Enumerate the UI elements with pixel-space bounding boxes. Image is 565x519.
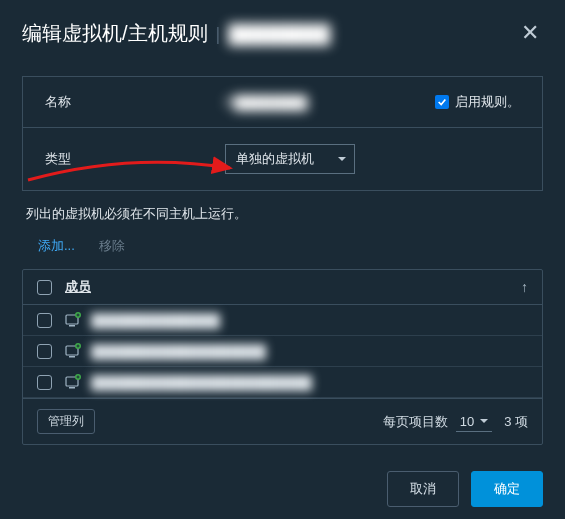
type-select-value: 单独的虚拟机 — [236, 151, 314, 166]
rule-description: 列出的虚拟机必须在不同主机上运行。 — [26, 205, 543, 223]
dialog-footer: 取消 确定 — [22, 471, 543, 507]
form-box: 名称 P████████ 启用规则。 类型 单独的虚拟机 — [22, 76, 543, 191]
header-checkbox-cell — [37, 280, 65, 295]
cancel-button[interactable]: 取消 — [387, 471, 459, 507]
vm-name: ████████████████████████ — [91, 375, 312, 390]
dialog-header: 编辑虚拟机/主机规则 | ████████ ✕ — [22, 18, 543, 48]
row-checkbox[interactable] — [37, 375, 52, 390]
type-value-wrap: 单独的虚拟机 — [225, 144, 520, 174]
members-table: 成员 ↑ ██████████████ ███████████████████ … — [22, 269, 543, 445]
vm-name: ███████████████████ — [91, 344, 266, 359]
form-row-name: 名称 P████████ 启用规则。 — [23, 77, 542, 128]
vm-name: ██████████████ — [91, 313, 220, 328]
column-member[interactable]: 成员 — [65, 278, 91, 296]
row-checkbox[interactable] — [37, 313, 52, 328]
type-label: 类型 — [45, 150, 225, 168]
member-actions: 添加... 移除 — [22, 233, 543, 269]
table-header: 成员 ↑ — [23, 270, 542, 305]
table-row[interactable]: ██████████████ — [23, 305, 542, 336]
per-page-select[interactable]: 10 — [456, 412, 492, 432]
per-page-value: 10 — [460, 414, 474, 429]
svg-rect-4 — [69, 356, 75, 358]
table-row[interactable]: ███████████████████ — [23, 336, 542, 367]
table-footer: 管理列 每页项目数 10 3 项 — [23, 398, 542, 444]
title-group: 编辑虚拟机/主机规则 | ████████ — [22, 20, 330, 47]
title-separator: | — [216, 24, 221, 45]
dialog: 编辑虚拟机/主机规则 | ████████ ✕ 名称 P████████ 启用规… — [0, 0, 565, 519]
vm-icon — [65, 374, 81, 390]
svg-rect-1 — [69, 325, 75, 327]
select-all-checkbox[interactable] — [37, 280, 52, 295]
item-count: 3 项 — [504, 413, 528, 431]
close-button[interactable]: ✕ — [517, 18, 543, 48]
remove-button[interactable]: 移除 — [99, 237, 125, 255]
form-row-type: 类型 单独的虚拟机 — [23, 128, 542, 190]
dialog-title: 编辑虚拟机/主机规则 — [22, 20, 208, 47]
type-select[interactable]: 单独的虚拟机 — [225, 144, 355, 174]
enable-rule-label: 启用规则。 — [455, 93, 520, 111]
manage-columns-button[interactable]: 管理列 — [37, 409, 95, 434]
row-checkbox[interactable] — [37, 344, 52, 359]
enable-rule-checkbox[interactable]: 启用规则。 — [435, 93, 520, 111]
table-row[interactable]: ████████████████████████ — [23, 367, 542, 398]
name-value-wrap: P████████ 启用规则。 — [225, 93, 520, 111]
ok-button[interactable]: 确定 — [471, 471, 543, 507]
per-page-label: 每页项目数 — [383, 413, 448, 431]
add-button[interactable]: 添加... — [38, 237, 75, 255]
vm-icon — [65, 343, 81, 359]
svg-rect-7 — [69, 387, 75, 389]
per-page: 每页项目数 10 — [383, 412, 492, 432]
vm-icon — [65, 312, 81, 328]
checkbox-checked-icon — [435, 95, 449, 109]
dialog-context-name: ████████ — [228, 24, 330, 45]
name-value: P████████ — [225, 95, 307, 110]
name-label: 名称 — [45, 93, 225, 111]
sort-asc-icon[interactable]: ↑ — [521, 279, 528, 295]
